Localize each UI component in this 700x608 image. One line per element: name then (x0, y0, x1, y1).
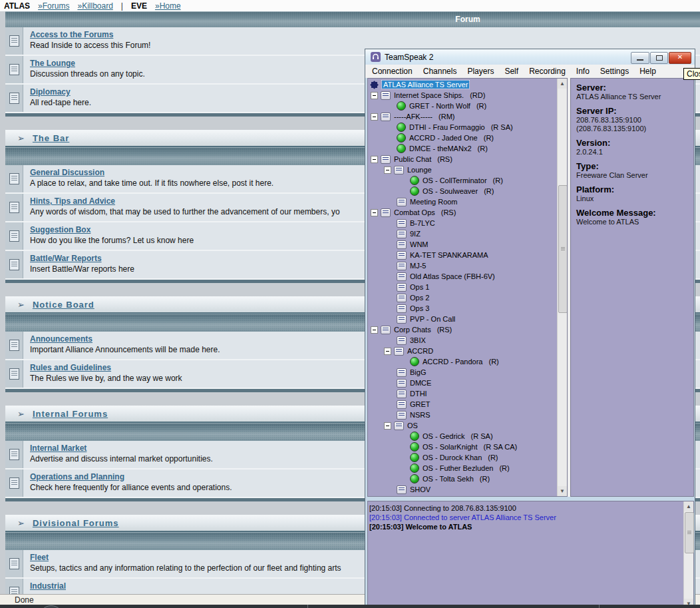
tree-row-channel[interactable]: 9IZ (368, 228, 557, 239)
tree-row-channel[interactable]: WNM (368, 239, 557, 250)
tree-row-player[interactable]: OS - CollTerminator(R) (368, 175, 557, 186)
forum-title-link[interactable]: General Discussion (30, 168, 273, 177)
tree-row-player[interactable]: OS - Futher Bezluden(R) (368, 463, 557, 473)
scroll-thumb[interactable] (558, 185, 568, 313)
tree-row-channel[interactable]: Lounge (368, 164, 557, 175)
tree-row-channel[interactable]: BigG (368, 367, 557, 378)
tree-label: DMCE (410, 379, 431, 387)
menu-item-connection[interactable]: Connection (367, 67, 418, 76)
tree-row-channel[interactable]: SHOV (368, 484, 557, 495)
tree-row-channel[interactable]: B-7LYC (368, 218, 557, 228)
forum-title-link[interactable]: Battle/War Reports (30, 254, 134, 263)
forum-title-link[interactable]: Fleet (30, 553, 341, 562)
expander-minus-icon[interactable] (371, 326, 378, 334)
expander-minus-icon[interactable] (371, 92, 378, 99)
taskbar[interactable] (0, 605, 700, 608)
minimize-button[interactable] (631, 52, 649, 64)
tree-row-channel[interactable]: Public Chat(RS) (368, 154, 557, 164)
tree-row-player[interactable]: OS - Tolta Sekh(R) (368, 473, 557, 484)
section-title-link[interactable]: The Bar (33, 133, 69, 143)
maximize-button[interactable] (650, 52, 668, 64)
tree-row-server[interactable]: ATLAS Alliance TS Server (368, 79, 557, 90)
tree-row-channel[interactable]: Ops 1 (368, 282, 557, 292)
tree-row-channel[interactable]: NSRS (368, 410, 557, 420)
forum-title-link[interactable]: Hints, Tips and Advice (30, 196, 340, 206)
log-scrollbar[interactable]: ▲ ▼ (683, 501, 693, 608)
forum-title-link[interactable]: Diplomacy (30, 87, 91, 97)
scroll-up-icon[interactable]: ▲ (558, 79, 567, 89)
player-icon (397, 133, 406, 143)
tree-label: PVP - On Call (410, 315, 455, 323)
forum-title-link[interactable]: Announcements (30, 334, 220, 344)
forum-title-link[interactable]: Internal Market (30, 444, 213, 453)
menu-item-info[interactable]: Info (571, 67, 595, 76)
tree-row-channel[interactable]: GRET (368, 399, 557, 410)
menu-item-channels[interactable]: Channels (418, 67, 462, 76)
ts-titlebar[interactable]: TeamSpeak 2 (365, 49, 695, 65)
tree-row-player[interactable]: DTHI - Frau Formaggio(R SA) (368, 122, 557, 133)
forum-row-text: The LoungeDiscussion threads on any topi… (23, 56, 145, 83)
menu-item-self[interactable]: Self (499, 67, 524, 76)
forum-title-link[interactable]: Operations and Planning (30, 472, 232, 481)
tree-label: NSRS (410, 411, 431, 419)
tree-row-player[interactable]: OS - Soulweaver(R) (368, 186, 557, 196)
expander-minus-icon[interactable] (371, 156, 378, 163)
tree-row-channel[interactable]: KA-TET SPANKARAMA (368, 250, 557, 260)
tree-row-channel[interactable]: DTHI (368, 388, 557, 399)
tree-row-player[interactable]: GRET - North Wolf(R) (368, 101, 557, 111)
tree-row-channel[interactable]: Old Atlas Space (FBH-6V) (368, 271, 557, 282)
section-title-link[interactable]: Internal Forums (33, 409, 108, 419)
tree-row-channel[interactable]: Internet Space Ships.(RD) (368, 90, 557, 101)
section-title-link[interactable]: Notice Board (33, 300, 94, 310)
nav-link[interactable]: »Forums (38, 1, 69, 11)
tree-flags: (RS) (441, 208, 456, 216)
start-orb-icon[interactable] (39, 605, 64, 608)
tree-label: Public Chat (394, 155, 431, 163)
menu-item-help[interactable]: Help (634, 67, 661, 76)
tree-row-channel[interactable]: Meeting Room (368, 196, 557, 207)
tree-row-channel[interactable]: Ops 2 (368, 292, 557, 303)
expander-minus-icon[interactable] (371, 113, 378, 121)
menu-item-players[interactable]: Players (462, 67, 499, 76)
tree-row-player[interactable]: ACCRD - Pandora(R) (368, 356, 557, 367)
tree-scrollbar[interactable]: ▲ ▼ (557, 79, 567, 496)
expander-minus-icon[interactable] (384, 348, 391, 355)
tree-row-player[interactable]: ACCRD - Jaded One(R) (368, 133, 557, 143)
expander-minus-icon[interactable] (384, 166, 391, 174)
tree-row-channel[interactable]: PVP - On Call (368, 314, 557, 324)
tree-row-channel[interactable]: Ops 3 (368, 303, 557, 314)
tree-label: OS - Soulweaver (423, 187, 478, 195)
menu-item-settings[interactable]: Settings (595, 67, 634, 76)
scroll-thumb[interactable] (685, 512, 694, 553)
menu-item-recording[interactable]: Recording (524, 67, 571, 76)
nav-link[interactable]: »Home (155, 1, 181, 11)
expander-minus-icon[interactable] (384, 422, 391, 430)
scroll-up-icon[interactable]: ▲ (684, 501, 693, 511)
forum-description: Check here frequently for alliance event… (30, 483, 232, 492)
tree-row-player[interactable]: OS - Gedrick(R SA) (368, 431, 557, 442)
forum-title-link[interactable]: Suggestion Box (30, 225, 194, 234)
forum-icon-cell (5, 469, 23, 497)
tree-row-channel[interactable]: Combat Ops(RS) (368, 207, 557, 218)
tree-row-player[interactable]: OS - SolarKnight(R SA CA) (368, 442, 557, 452)
forum-title-link[interactable]: Rules and Guidelines (30, 363, 182, 372)
tree-row-channel[interactable]: Corp Chats(RS) (368, 324, 557, 335)
tree-row-channel[interactable]: OS (368, 420, 557, 431)
tree-row-channel[interactable]: DMCE (368, 378, 557, 388)
player-icon (410, 186, 419, 196)
tree-row-channel[interactable]: MJ-5 (368, 260, 557, 271)
forum-title-link[interactable]: Industrial (30, 581, 66, 591)
scroll-down-icon[interactable]: ▼ (558, 486, 567, 496)
nav-link[interactable]: »Killboard (77, 1, 112, 11)
tree-row-channel[interactable]: 3BIX (368, 335, 557, 346)
tree-row-channel[interactable]: ACCRD (368, 346, 557, 356)
tree-row-channel[interactable]: -----AFK-----(RM) (368, 111, 557, 122)
close-button[interactable] (669, 52, 691, 64)
section-title-link[interactable]: Divisional Forums (33, 518, 119, 528)
tree-row-player[interactable]: DMCE - theMANx2(R) (368, 143, 557, 154)
forum-title-link[interactable]: The Lounge (30, 59, 145, 68)
tree-row-player[interactable]: OS - Durock Khan(R) (368, 452, 557, 463)
player-icon (410, 432, 419, 441)
forum-title-link[interactable]: Access to the Forums (30, 30, 150, 39)
expander-minus-icon[interactable] (371, 209, 378, 216)
